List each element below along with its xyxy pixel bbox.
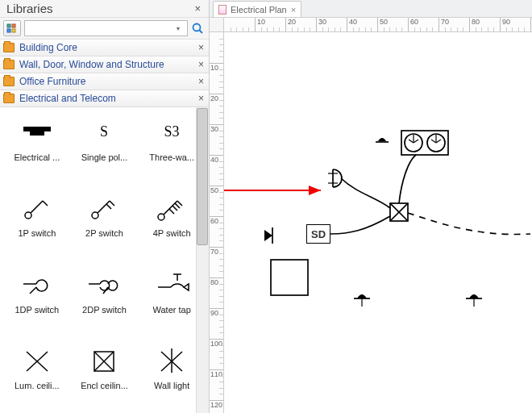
canvas-area: Electrical Plan × 102030405060708090100 … <box>210 0 532 413</box>
shape-item[interactable]: 1DP switch <box>3 268 71 329</box>
folder-icon <box>3 94 15 103</box>
shape-label: Water tap <box>153 305 191 315</box>
svg-line-50 <box>436 140 441 143</box>
shape-label: 4P switch <box>153 228 191 238</box>
close-icon[interactable]: × <box>198 93 204 104</box>
sd-box[interactable]: SD <box>306 224 330 244</box>
close-icon[interactable]: × <box>198 42 204 53</box>
shape-item[interactable]: 2DP switch <box>71 268 139 329</box>
svg-line-49 <box>431 140 436 143</box>
folder-icon <box>3 43 15 52</box>
shape-palette: Electrical ...SSingle pol...S3Three-wa..… <box>0 107 209 413</box>
svg-line-14 <box>98 201 110 213</box>
close-icon[interactable]: × <box>198 76 204 87</box>
library-row[interactable]: Electrical and Telecom× <box>0 90 209 107</box>
shape-item[interactable]: Lum. ceili... <box>3 344 71 405</box>
svg-marker-30 <box>184 284 189 290</box>
svg-rect-1 <box>12 24 15 27</box>
search-icon[interactable] <box>189 20 206 36</box>
svg-line-46 <box>409 140 414 143</box>
library-label: Office Furniture <box>19 76 198 87</box>
tab-strip: Electrical Plan × <box>210 0 532 18</box>
library-label: Electrical and Telecom <box>19 93 198 104</box>
library-label: Wall, Door, Window and Structure <box>19 59 198 70</box>
library-label: Building Core <box>19 42 198 53</box>
library-row[interactable]: Wall, Door, Window and Structure× <box>0 56 209 73</box>
library-row[interactable]: Building Core× <box>0 40 209 56</box>
close-icon[interactable]: × <box>198 59 204 70</box>
shape-label: 1DP switch <box>15 305 59 315</box>
shape-item[interactable]: SSingle pol... <box>71 115 139 177</box>
svg-line-20 <box>172 206 177 211</box>
svg-line-24 <box>30 287 36 294</box>
folder-icon <box>3 77 15 86</box>
close-icon[interactable]: × <box>191 2 204 15</box>
svg-line-16 <box>110 201 114 206</box>
drawing-canvas[interactable]: SD <box>224 32 532 413</box>
svg-line-11 <box>31 201 43 213</box>
panel-title: Libraries <box>6 2 191 15</box>
shape-item[interactable]: 1P switch <box>3 191 71 252</box>
svg-point-13 <box>92 212 98 219</box>
shape-label: Encl ceilin... <box>81 381 128 390</box>
svg-marker-57 <box>264 230 272 241</box>
shape-label: Single pol... <box>81 152 127 162</box>
shape-label: Electrical ... <box>14 152 60 162</box>
shape-label: Wall light <box>154 381 189 390</box>
shape-item[interactable]: Encl ceilin... <box>71 344 139 405</box>
svg-line-21 <box>175 203 180 208</box>
shape-item[interactable]: Electrical ... <box>3 115 71 177</box>
svg-rect-7 <box>30 131 44 136</box>
svg-rect-0 <box>7 24 10 27</box>
shape-label: 2DP switch <box>82 305 127 315</box>
panel-header: Libraries × <box>0 0 209 18</box>
svg-line-22 <box>177 201 182 206</box>
library-menu-button[interactable] <box>3 20 21 36</box>
shape-label: 2P switch <box>85 228 123 238</box>
svg-line-19 <box>169 209 174 214</box>
shape-item[interactable]: 2P switch <box>71 191 139 252</box>
ruler-vertical: 102030405060708090100110120 <box>210 32 224 413</box>
svg-rect-2 <box>7 29 10 32</box>
svg-rect-3 <box>12 29 15 32</box>
svg-text:S: S <box>100 123 108 140</box>
shape-label: Three-wa... <box>149 152 194 162</box>
shape-label: 1P switch <box>18 228 56 238</box>
svg-line-15 <box>106 204 111 209</box>
shape-label: Lum. ceili... <box>15 381 60 390</box>
svg-text:S3: S3 <box>164 123 180 140</box>
svg-rect-6 <box>23 127 51 131</box>
svg-line-47 <box>414 140 418 143</box>
ruler-corner <box>210 18 224 32</box>
libraries-panel: Libraries × ▾ Building Core×Wall, Door, … <box>0 0 210 413</box>
scrollbar[interactable] <box>196 107 209 413</box>
svg-marker-40 <box>309 186 321 195</box>
library-row[interactable]: Office Furniture× <box>0 73 209 90</box>
svg-point-4 <box>193 24 201 31</box>
svg-line-12 <box>43 201 48 206</box>
ruler-horizontal: 102030405060708090100 <box>224 18 532 32</box>
svg-line-5 <box>200 31 203 34</box>
svg-point-10 <box>25 212 31 219</box>
svg-rect-59 <box>271 260 308 295</box>
folder-icon <box>3 60 15 69</box>
tab-label: Electrical Plan <box>231 5 287 15</box>
close-icon[interactable]: × <box>291 5 296 15</box>
tab-electrical-plan[interactable]: Electrical Plan × <box>213 1 301 17</box>
document-icon <box>218 5 227 15</box>
search-row: ▾ <box>0 18 209 40</box>
svg-rect-42 <box>401 131 448 155</box>
svg-point-17 <box>158 214 164 220</box>
search-input[interactable] <box>24 20 188 36</box>
